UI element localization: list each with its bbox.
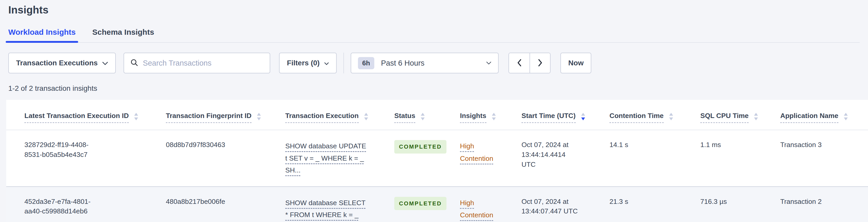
time-range-dropdown[interactable]: 6h Past 6 Hours <box>351 53 499 73</box>
column-header-label[interactable]: SQL CPU Time <box>700 111 749 123</box>
execution-type-dropdown[interactable]: Transaction Executions <box>8 53 116 73</box>
filters-label: Filters (0) <box>287 59 319 67</box>
toolbar: Transaction Executions Filters (0) 6h Pa… <box>8 53 860 73</box>
contention-time-cell: 21.3 s <box>610 197 700 207</box>
insights-table-card: Latest Transaction Execution ID Transact… <box>6 100 868 222</box>
tab-label: Workload Insights <box>8 28 75 36</box>
insight-link[interactable]: High Contention <box>460 199 493 219</box>
sort-arrows-icon[interactable] <box>257 113 261 120</box>
column-header[interactable]: SQL CPU Time <box>700 111 780 123</box>
column-header-label[interactable]: Start Time (UTC) <box>522 111 576 123</box>
column-header[interactable]: Application Name <box>780 111 868 123</box>
column-header[interactable]: Start Time (UTC) <box>522 111 610 123</box>
execution-id-cell: 452da3e7-e7fa-4801-aa40-c59988d14eb6 <box>24 197 110 216</box>
insight-link[interactable]: High Contention <box>460 142 493 162</box>
sql-cpu-time-cell: 1.1 ms <box>700 140 780 150</box>
sort-arrows-icon[interactable] <box>669 113 673 120</box>
results-summary: 1-2 of 2 transaction insights <box>8 84 860 93</box>
toolbar-divider <box>343 53 344 73</box>
column-header[interactable]: Contention Time <box>610 111 700 123</box>
column-header-label[interactable]: Status <box>394 111 415 123</box>
contention-time-cell: 14.1 s <box>610 140 700 150</box>
table-body: 328729d2-ff19-4408-8531-b05a5b4e43c7 08d… <box>6 130 868 222</box>
transaction-execution-cell: SHOW database UPDATE t SET v = _ WHERE k… <box>285 140 377 176</box>
tab-workload-insights[interactable]: Workload Insights <box>8 28 75 42</box>
column-header-label[interactable]: Contention Time <box>610 111 664 123</box>
table-row[interactable]: 452da3e7-e7fa-4801-aa40-c59988d14eb6 480… <box>6 187 868 222</box>
chevron-left-icon <box>517 59 522 68</box>
tab-schema-insights[interactable]: Schema Insights <box>92 28 154 42</box>
fingerprint-id-cell: 480a8b217be006fe <box>166 197 285 207</box>
execution-id-cell: 328729d2-ff19-4408-8531-b05a5b4e43c7 <box>24 140 110 159</box>
search-icon <box>130 59 138 67</box>
status-cell: COMPLETED <box>394 140 460 153</box>
sort-arrows-icon[interactable] <box>364 113 368 120</box>
chevron-right-icon <box>537 59 543 68</box>
search-input[interactable] <box>143 59 264 67</box>
column-header[interactable]: Status <box>394 111 460 123</box>
column-header-label[interactable]: Transaction Fingerprint ID <box>166 111 251 123</box>
fingerprint-id-cell: 08d8b7d97f830463 <box>166 140 285 150</box>
sql-cpu-time-cell: 716.3 µs <box>700 197 780 207</box>
now-button[interactable]: Now <box>560 53 591 73</box>
application-name-cell: Transaction 3 <box>780 140 868 150</box>
previous-window-button[interactable] <box>509 53 529 73</box>
execution-type-label: Transaction Executions <box>16 59 98 67</box>
column-header-label[interactable]: Application Name <box>780 111 838 123</box>
sort-arrows-icon[interactable] <box>421 113 425 120</box>
statement-link[interactable]: SHOW database SELECT * FROM t WHERE k = … <box>285 199 366 222</box>
sort-arrows-icon[interactable] <box>844 113 848 120</box>
column-header[interactable]: Transaction Execution <box>285 111 394 123</box>
filters-dropdown[interactable]: Filters (0) <box>279 53 337 73</box>
status-badge: COMPLETED <box>394 197 446 210</box>
transaction-execution-cell: SHOW database SELECT * FROM t WHERE k = … <box>285 197 377 222</box>
statement-link[interactable]: SHOW database UPDATE t SET v = _ WHERE k… <box>285 142 366 174</box>
column-header-label[interactable]: Insights <box>460 111 487 123</box>
insights-cell: High Contention <box>460 197 503 221</box>
chevron-down-icon <box>486 61 491 65</box>
start-time-cell: Oct 07, 2024 at 13:44:14.4414 UTC <box>522 140 589 169</box>
now-label: Now <box>568 59 584 67</box>
column-header-label[interactable]: Latest Transaction Execution ID <box>24 111 129 123</box>
next-window-button[interactable] <box>529 53 550 73</box>
tab-bar: Workload Insights Schema Insights <box>8 28 860 43</box>
chevron-down-icon <box>102 59 108 67</box>
search-box[interactable] <box>124 53 270 73</box>
status-badge: COMPLETED <box>394 140 446 153</box>
time-range-label: Past 6 Hours <box>381 59 425 67</box>
sort-arrows-icon[interactable] <box>492 113 496 120</box>
page-title: Insights <box>8 4 860 16</box>
active-tab-indicator <box>6 41 78 43</box>
sort-arrows-icon[interactable] <box>581 113 585 120</box>
chevron-down-icon <box>324 59 329 67</box>
time-range-badge: 6h <box>358 57 374 69</box>
table-header-row: Latest Transaction Execution ID Transact… <box>6 100 868 130</box>
time-window-nav <box>508 53 551 73</box>
column-header[interactable]: Insights <box>460 111 522 123</box>
column-header-label[interactable]: Transaction Execution <box>285 111 359 123</box>
insights-cell: High Contention <box>460 140 503 165</box>
table-row[interactable]: 328729d2-ff19-4408-8531-b05a5b4e43c7 08d… <box>6 130 868 187</box>
sort-arrows-icon[interactable] <box>754 113 758 120</box>
column-header[interactable]: Latest Transaction Execution ID <box>24 111 166 123</box>
tab-label: Schema Insights <box>92 28 154 36</box>
column-header[interactable]: Transaction Fingerprint ID <box>166 111 285 123</box>
sort-arrows-icon[interactable] <box>134 113 138 120</box>
start-time-cell: Oct 07, 2024 at 13:44:07.447 UTC <box>522 197 589 216</box>
application-name-cell: Transaction 2 <box>780 197 868 207</box>
status-cell: COMPLETED <box>394 197 460 210</box>
